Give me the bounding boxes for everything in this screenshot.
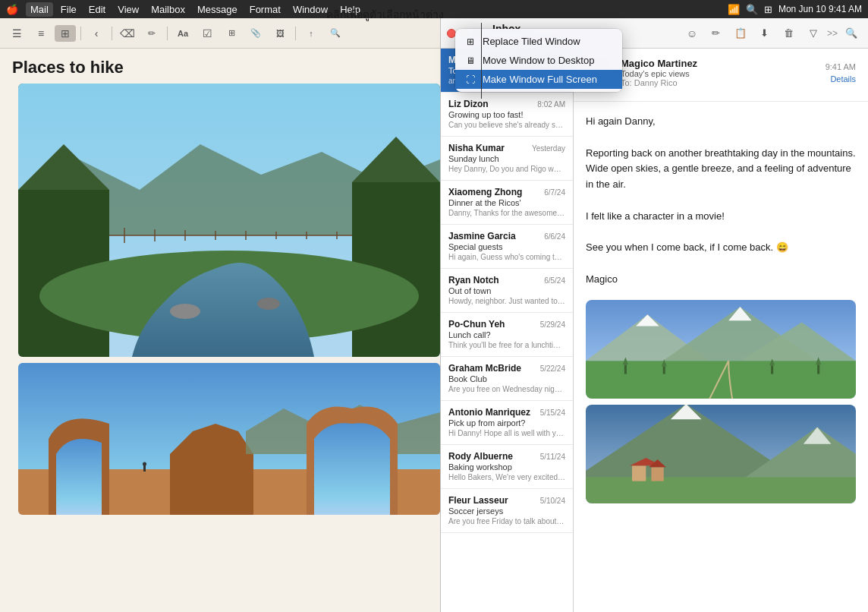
date-3: 6/7/24 <box>544 188 565 197</box>
photo-button[interactable]: 🖼 <box>269 25 291 42</box>
gallery-view-button[interactable]: ⊞ <box>55 25 76 42</box>
replace-tiled-window-item[interactable]: ⊞ Replace Tiled Window <box>455 32 622 51</box>
checklist-button[interactable]: ☑ <box>197 25 218 42</box>
list-view-button[interactable]: ≡ <box>30 25 52 42</box>
photo-grid <box>0 84 440 521</box>
sender-3: Xiaomeng Zhong <box>448 187 522 197</box>
menubar-format[interactable]: Format <box>245 2 285 17</box>
menubar-file[interactable]: File <box>56 2 81 17</box>
sender-6: Po-Chun Yeh <box>448 319 505 330</box>
share-button[interactable]: ↑ <box>300 25 322 42</box>
date-1: 8:02 AM <box>537 100 565 109</box>
sender-2: Nisha Kumar <box>448 143 505 153</box>
search-button[interactable]: 🔍 <box>325 25 346 42</box>
mail-item-2[interactable]: Nisha Kumar Yesterday Sunday lunch Hey D… <box>441 137 573 181</box>
separator-2 <box>112 27 112 40</box>
photo-item-1[interactable] <box>0 84 440 357</box>
expand-button[interactable]: >> <box>827 28 838 39</box>
left-toolbar: ☰ ≡ ⊞ ‹ ⌫ ✏ Aa ☑ ⊞ 📎 🖼 ↑ 🔍 <box>0 18 440 49</box>
menubar-window[interactable]: Window <box>288 2 332 17</box>
make-fullscreen-item[interactable]: ⛶ Make Window Full Screen <box>455 70 622 89</box>
mail-body: Magico Martinez 9:41 AM Today's epic vie… <box>441 49 868 612</box>
menubar-view[interactable]: View <box>113 2 143 17</box>
mail-detail-to: To: Danny Rico <box>621 78 818 87</box>
mail-detail-meta: M Magico Martinez Today's epic views To:… <box>586 58 856 87</box>
fullscreen-icon: ⛶ <box>464 74 476 85</box>
preview-4: Hi again, Guess who's coming to town wit… <box>448 252 565 262</box>
mail-item-7[interactable]: Graham McBride 5/22/24 Book Club Are you… <box>441 357 573 401</box>
left-panel: ☰ ≡ ⊞ ‹ ⌫ ✏ Aa ☑ ⊞ 📎 🖼 ↑ 🔍 Places to hik… <box>0 18 440 612</box>
separator-3 <box>167 27 168 40</box>
attach-button[interactable]: 📎 <box>245 25 266 42</box>
preview-3: Danny, Thanks for the awesome evening! I… <box>448 208 565 218</box>
separator-4 <box>295 27 296 40</box>
delete-mail-button[interactable]: 🗑 <box>778 25 800 42</box>
mail-item-1[interactable]: Liz Dizon 8:02 AM Growing up too fast! C… <box>441 93 573 137</box>
svg-rect-21 <box>143 465 146 472</box>
filter-button[interactable]: ▽ <box>803 25 824 42</box>
date-7: 5/22/24 <box>540 364 565 373</box>
mail-item-10[interactable]: Fleur Lasseur 5/10/24 Soccer jerseys Are… <box>441 489 573 533</box>
replace-tiled-label: Replace Tiled Window <box>483 36 580 47</box>
mail-item-4[interactable]: Jasmine Garcia 6/6/24 Special guests Hi … <box>441 225 573 269</box>
svg-rect-32 <box>663 366 665 374</box>
mail-detail: M Magico Martinez Today's epic views To:… <box>574 49 868 612</box>
back-button[interactable]: ‹ <box>86 25 107 42</box>
subject-8: Pick up from airport? <box>448 418 565 427</box>
mail-item-3[interactable]: Xiaomeng Zhong 6/7/24 Dinner at the Rico… <box>441 181 573 225</box>
emoji-button[interactable]: ☺ <box>681 25 703 42</box>
mail-detail-subject-line: Today's epic views <box>621 69 818 78</box>
archive-button[interactable]: ⬇ <box>754 25 775 42</box>
apple-menu-icon[interactable]: 🍎 <box>6 4 18 15</box>
subject-7: Book Club <box>448 374 565 383</box>
preview-5: Howdy, neighbor. Just wanted to drop a q… <box>448 296 565 306</box>
svg-rect-43 <box>586 477 856 503</box>
sidebar-toggle-button[interactable]: ☰ <box>6 25 27 42</box>
mail-photo-2[interactable] <box>586 405 856 503</box>
mail-item-5[interactable]: Ryan Notch 6/5/24 Out of town Howdy, nei… <box>441 269 573 313</box>
subject-6: Lunch call? <box>448 330 565 339</box>
search-icon-menubar[interactable]: 🔍 <box>746 4 758 15</box>
details-link[interactable]: Details <box>830 74 856 84</box>
preview-9: Hello Bakers, We're very excited to have… <box>448 472 565 482</box>
subject-1: Growing up too fast! <box>448 110 565 119</box>
mail-body-p3: I felt like a character in a movie! <box>586 209 856 225</box>
page-title: Places to hike <box>0 49 440 84</box>
menubar-right: 📶 🔍 ⊞ Mon Jun 10 9:41 AM <box>728 4 862 15</box>
photo-item-2[interactable] <box>0 363 440 515</box>
date-6: 5/29/24 <box>540 320 565 329</box>
new-mail-button[interactable]: 📋 <box>730 25 751 42</box>
date-5: 6/5/24 <box>544 276 565 285</box>
menubar-help[interactable]: Help <box>335 2 365 17</box>
mail-item-8[interactable]: Antonio Manriquez 5/15/24 Pick up from a… <box>441 401 573 445</box>
mail-photos <box>574 300 868 516</box>
move-desktop-label: Move Window to Desktop <box>483 55 594 66</box>
sender-9: Rody Albuerne <box>448 451 513 462</box>
separator-1 <box>80 27 81 40</box>
move-window-desktop-item[interactable]: 🖥 Move Window to Desktop <box>455 51 622 70</box>
delete-button[interactable]: ⌫ <box>117 25 138 42</box>
compose-button[interactable]: ✏ <box>706 25 727 42</box>
svg-rect-44 <box>632 465 646 481</box>
table-button[interactable]: ⊞ <box>221 25 242 42</box>
edit-button[interactable]: ✏ <box>141 25 162 42</box>
search-mail-button[interactable]: 🔍 <box>841 25 862 42</box>
subject-10: Soccer jerseys <box>448 506 565 516</box>
mail-list: Magico Martinez 9:41 AM Today's epic vie… <box>441 49 574 612</box>
menubar-mailbox[interactable]: Mailbox <box>146 2 190 17</box>
menubar-message[interactable]: Message <box>193 2 242 17</box>
mail-item-9[interactable]: Rody Albuerne 5/11/24 Baking workshop He… <box>441 445 573 489</box>
subject-3: Dinner at the Ricos' <box>448 198 565 207</box>
menubar-edit[interactable]: Edit <box>84 2 110 17</box>
sender-1: Liz Dizon <box>448 99 489 109</box>
control-center-icon[interactable]: ⊞ <box>764 4 772 15</box>
mail-photo-1[interactable] <box>586 300 856 399</box>
sender-5: Ryan Notch <box>448 275 499 285</box>
preview-10: Are you free Friday to talk about the ne… <box>448 516 565 526</box>
preview-1: Can you believe she's already so tall? P… <box>448 120 565 130</box>
wifi-icon: 📶 <box>728 4 740 15</box>
text-format-button[interactable]: Aa <box>172 25 193 42</box>
menubar-mail[interactable]: Mail <box>26 2 53 17</box>
mail-toolbar: ☺ ✏ 📋 ⬇ 🗑 ▽ >> 🔍 <box>681 25 862 42</box>
mail-item-6[interactable]: Po-Chun Yeh 5/29/24 Lunch call? Think yo… <box>441 313 573 357</box>
